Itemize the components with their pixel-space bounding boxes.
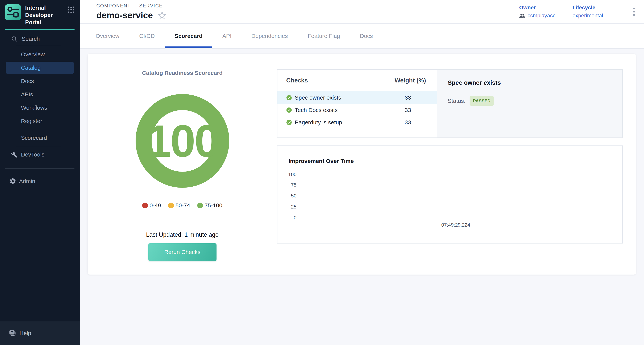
legend-dot-amber (168, 202, 174, 208)
lifecycle-block: Lifecycle experimental (572, 4, 603, 19)
divider (16, 130, 60, 130)
content-area: Catalog Readiness Scorecard 100 0-49 50-… (80, 49, 644, 345)
entity-header: COMPONENT — SERVICE demo-service Owner (80, 0, 644, 24)
legend-dot-green (197, 202, 203, 208)
tab-scorecard[interactable]: Scorecard (165, 24, 212, 48)
entity-meta: Owner ccmplayacc Lifecycle experimental (519, 4, 636, 19)
sidebar: Internal Developer Portal Search Overvie… (0, 0, 80, 345)
sidebar-nav: Overview Catalog Docs APIs Workflows Reg… (0, 48, 80, 128)
legend-item-red: 0-49 (142, 202, 161, 209)
score-legend: 0-49 50-74 75-100 (142, 202, 222, 209)
divider (16, 46, 60, 46)
sidebar-item-admin[interactable]: Admin (0, 174, 80, 188)
sidebar-item-apis[interactable]: APIs (6, 88, 74, 100)
apps-grid-icon[interactable] (68, 6, 75, 13)
check-row-spec-owner[interactable]: Spec owner exists 33 (278, 92, 437, 104)
sidebar-item-catalog[interactable]: Catalog (6, 62, 74, 74)
checks-column: Checks Weight (%) Spec owner exists 33 (277, 54, 636, 274)
brand-title: Internal Developer Portal (25, 4, 65, 26)
y-axis-tick: 50 (278, 193, 296, 199)
sidebar-spacer (0, 188, 80, 321)
rerun-checks-button[interactable]: Rerun Checks (148, 243, 216, 261)
check-row-pagerduty[interactable]: Pagerduty is setup 33 (278, 116, 437, 128)
y-axis-tick: 100 (278, 171, 296, 178)
svg-text:?: ? (11, 330, 13, 334)
check-circle-icon (286, 107, 292, 113)
entity-tabs: Overview CI/CD Scorecard API Dependencie… (80, 24, 644, 49)
tab-docs[interactable]: Docs (350, 24, 383, 48)
score-column: Catalog Readiness Scorecard 100 0-49 50-… (88, 54, 277, 274)
y-axis-tick: 0 (278, 214, 296, 221)
entity-title-block: COMPONENT — SERVICE demo-service (96, 3, 166, 20)
check-weight: 33 (390, 119, 426, 126)
scorecard-title: Catalog Readiness Scorecard (142, 69, 223, 76)
sidebar-item-register[interactable]: Register (6, 115, 74, 127)
legend-item-green: 75-100 (197, 202, 222, 209)
check-weight: 33 (390, 94, 426, 101)
sidebar-search[interactable]: Search (0, 34, 80, 44)
checks-header-label: Checks (286, 77, 308, 84)
kebab-menu-icon[interactable] (632, 6, 636, 17)
owner-block: Owner ccmplayacc (519, 4, 555, 19)
y-axis-tick: 25 (278, 204, 296, 210)
legend-dot-red (142, 202, 148, 208)
admin-label: Admin (19, 178, 35, 184)
breadcrumb: COMPONENT — SERVICE (96, 3, 166, 8)
portal-logo-icon (5, 4, 21, 20)
divider (5, 168, 74, 169)
main-area: COMPONENT — SERVICE demo-service Owner (80, 0, 644, 345)
sidebar-item-scorecard[interactable]: Scorecard (6, 132, 74, 144)
gear-icon (9, 178, 16, 185)
search-icon (11, 36, 18, 42)
weight-header-label: Weight (%) (394, 77, 426, 84)
page-title: demo-service (96, 10, 153, 20)
tab-feature-flag[interactable]: Feature Flag (298, 24, 350, 48)
owner-label: Owner (519, 4, 555, 11)
score-value: 100 (135, 93, 230, 188)
improvement-chart: Improvement Over Time 100 75 50 25 0 07:… (277, 146, 623, 244)
people-icon (519, 13, 525, 18)
legend-item-amber: 50-74 (168, 202, 190, 209)
check-weight: 33 (390, 107, 426, 113)
status-label: Status: (448, 98, 466, 104)
scorecard-card: Catalog Readiness Scorecard 100 0-49 50-… (88, 54, 636, 274)
checks-table-header: Checks Weight (%) (278, 70, 437, 92)
sidebar-item-overview[interactable]: Overview (6, 48, 74, 60)
tab-api[interactable]: API (212, 24, 241, 48)
tab-cicd[interactable]: CI/CD (129, 24, 165, 48)
tab-overview[interactable]: Overview (86, 24, 129, 48)
check-detail-title: Spec owner exists (448, 79, 612, 86)
sidebar-item-workflows[interactable]: Workflows (6, 102, 74, 114)
lifecycle-label: Lifecycle (572, 4, 603, 11)
tab-dependencies[interactable]: Dependencies (242, 24, 298, 48)
star-icon[interactable] (158, 11, 166, 20)
score-gauge: 100 (135, 93, 230, 188)
check-detail-panel: Spec owner exists Status: PASSED (437, 70, 622, 138)
checks-panel: Checks Weight (%) Spec owner exists 33 (277, 69, 623, 138)
chart-title: Improvement Over Time (288, 158, 354, 164)
brand: Internal Developer Portal (0, 0, 80, 26)
help-bubble-icon: ? (9, 330, 16, 336)
check-row-tech-docs[interactable]: Tech Docs exists 33 (278, 104, 437, 116)
owner-link[interactable]: ccmplayacc (519, 12, 555, 19)
devtools-label: DevTools (21, 151, 44, 158)
wrench-icon (11, 151, 18, 158)
checks-table: Checks Weight (%) Spec owner exists 33 (278, 70, 437, 138)
y-axis-tick: 75 (278, 182, 296, 188)
search-label: Search (22, 36, 40, 42)
help-label: Help (20, 330, 31, 336)
divider (16, 146, 60, 147)
check-circle-icon (286, 120, 292, 125)
owner-value: ccmplayacc (528, 12, 555, 19)
sidebar-item-help[interactable]: ? Help (0, 321, 80, 345)
last-updated-text: Last Updated: 1 minute ago (146, 231, 218, 238)
brand-accent-rule (5, 29, 75, 30)
check-circle-icon (286, 95, 292, 100)
status-badge: PASSED (470, 96, 494, 106)
x-axis-tick: 07:49:29.224 (441, 222, 470, 228)
sidebar-item-devtools[interactable]: DevTools (0, 148, 80, 161)
lifecycle-value: experimental (572, 12, 603, 19)
sidebar-item-docs[interactable]: Docs (6, 75, 74, 87)
